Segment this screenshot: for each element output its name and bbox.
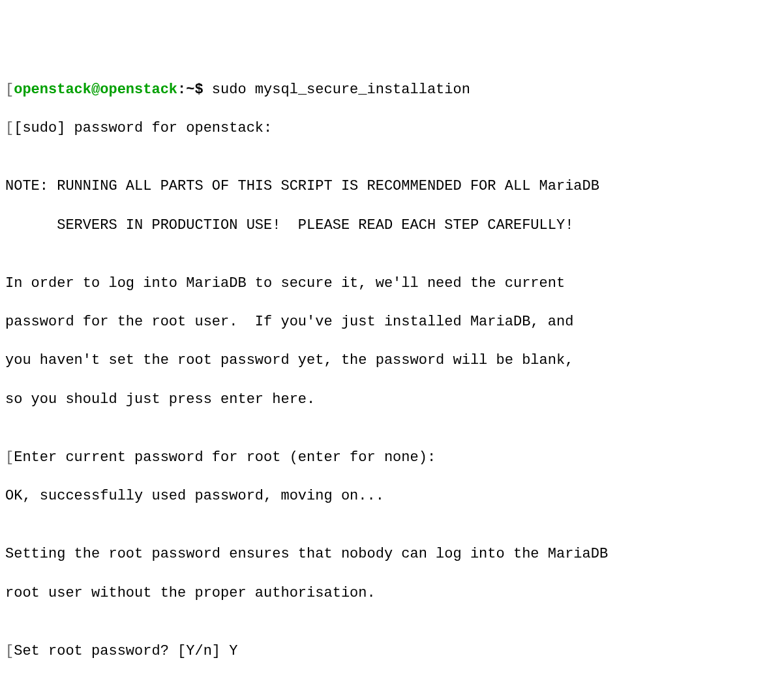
bracket-icon: [ (5, 82, 14, 98)
output-line: NOTE: RUNNING ALL PARTS OF THIS SCRIPT I… (5, 177, 779, 196)
output-line: root user without the proper authorisati… (5, 584, 779, 603)
prompt-sigil: $ (194, 82, 203, 98)
output-line: Setting the root password ensures that n… (5, 545, 779, 564)
bracket-icon: [ (5, 120, 14, 136)
bracket-icon: [ (5, 643, 14, 659)
output-line: so you should just press enter here. (5, 390, 779, 410)
set-root-prompt[interactable]: [Set root password? [Y/n] Y (5, 642, 779, 661)
output-line: password for the root user. If you've ju… (5, 312, 779, 332)
prompt-user-host: openstack@openstack (14, 82, 177, 98)
output-line: OK, successfully used password, moving o… (5, 486, 779, 506)
output-line: SERVERS IN PRODUCTION USE! PLEASE READ E… (5, 216, 779, 235)
output-line: you haven't set the root password yet, t… (5, 351, 779, 370)
bracket-icon: [ (5, 449, 14, 466)
output-line: In order to log into MariaDB to secure i… (5, 274, 779, 293)
prompt-line[interactable]: [openstack@openstack:~$ sudo mysql_secur… (5, 80, 779, 100)
command-text: sudo mysql_secure_installation (212, 82, 470, 98)
prompt-path: ~ (186, 82, 194, 98)
enter-password-prompt[interactable]: [Enter current password for root (enter … (5, 448, 779, 468)
terminal-output: [openstack@openstack:~$ sudo mysql_secur… (5, 80, 779, 673)
sudo-password-prompt[interactable]: [[sudo] password for openstack: (5, 119, 779, 138)
prompt-separator: : (177, 82, 186, 98)
